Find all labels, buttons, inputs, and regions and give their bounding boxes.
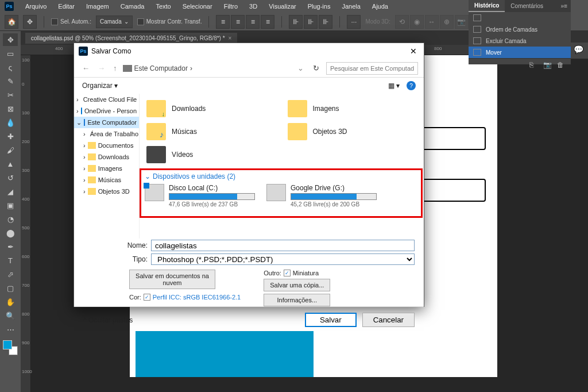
tree-item[interactable]: ›Imagens [74,163,139,174]
folder-item[interactable]: Downloads [146,98,276,119]
snapshot-icon[interactable]: 📷 [543,61,552,70]
heal-tool[interactable]: ✚ [3,130,18,143]
thumb-label: Miniatura [293,270,319,276]
home-button[interactable]: 🏠 [5,15,18,29]
icc-checkbox[interactable]: ✓ [144,294,150,301]
menu-item[interactable]: Visualizar [264,2,301,11]
menu-item[interactable]: Camada [116,2,149,11]
menu-item[interactable]: Filtro [219,2,242,11]
save-cloud-button[interactable]: Salvar em documentos na nuvem [129,270,215,289]
save-button[interactable]: Salvar [305,313,357,327]
organize-dropdown[interactable]: Organizar ▾ [82,82,118,90]
brush-tool[interactable]: 🖌 [3,144,18,156]
breadcrumb-dropdown-icon[interactable]: ⌄ [295,64,306,72]
menu-item[interactable]: Selecionar [178,2,217,11]
filename-input[interactable] [151,240,415,251]
eraser-tool[interactable]: ◢ [3,185,18,198]
more-options-icon[interactable]: ··· [347,15,361,29]
close-button[interactable]: ✕ [408,45,419,57]
align-group[interactable]: ≡≡≡≡ [216,15,274,29]
gradient-tool[interactable]: ▣ [3,199,18,212]
thumb-checkbox[interactable]: ✓ [284,270,291,276]
folder-item[interactable]: Imagens [288,98,417,119]
move-tool-icon[interactable]: ✥ [23,15,37,29]
folder-item[interactable]: Objetos 3D [288,121,417,142]
breadcrumb[interactable]: Este Computador› [123,64,292,72]
show-transform-checkbox[interactable]: Mostrar Contr. Transf. [137,18,202,25]
view-options[interactable]: ▦ ▾ [388,82,400,90]
help-icon[interactable]: ? [407,81,416,90]
layer-dropdown[interactable]: Camada⌄ [96,16,133,28]
folder-item[interactable]: Músicas [146,121,276,142]
history-item[interactable]: Mover [469,47,571,58]
collapsed-panel[interactable]: 💬 [571,43,588,59]
tree-item-this-pc[interactable]: ⌄Este Computador [74,117,139,128]
wand-tool[interactable]: ✎ [3,75,18,87]
create-doc-icon[interactable]: ⎘ [529,61,539,70]
devices-header[interactable]: ⌄ Dispositivos e unidades (2) [145,172,417,180]
tree-item[interactable]: ›OneDrive - Person [74,105,139,117]
history-tab[interactable]: Histórico [469,0,505,12]
icc-link[interactable]: Perfil ICC: sRGB IEC61966-2.1 [153,294,241,301]
name-label: Nome: [122,241,151,249]
tree-item[interactable]: ›Objetos 3D [74,186,139,197]
save-copy-button[interactable]: Salvar uma cópia... [264,279,330,291]
edit-toolbar[interactable]: ⋯ [3,323,18,336]
lasso-tool[interactable]: ς [3,61,18,74]
comments-tab[interactable]: Comentários [505,1,549,11]
color-swatch[interactable] [3,340,18,355]
type-tool[interactable]: T [3,254,18,267]
blur-tool[interactable]: ◔ [3,213,18,225]
distribute-group[interactable]: ⊪⊪⊪ [289,15,332,29]
menu-item[interactable]: 3D [245,2,262,11]
menu-item[interactable]: Imagem [82,2,114,11]
zoom-tool[interactable]: 🔍 [3,309,18,322]
info-button[interactable]: Informações... [264,294,330,306]
history-item[interactable]: Ordem de Camadas [469,24,571,35]
delete-icon[interactable]: 🗑 [557,61,566,70]
crop-tool[interactable]: ✂ [3,89,18,101]
color-label: Cor: [129,294,141,301]
menu-item[interactable]: Ajuda [368,2,393,11]
marquee-tool[interactable]: ▭ [3,47,18,60]
eyedropper-tool[interactable]: 💧 [3,116,18,129]
nav-up-icon[interactable]: ↑ [111,64,119,72]
document-tab[interactable]: collagelistas.psd @ 50% (Screenshot_2023… [25,33,237,44]
tree-item[interactable]: ›Downloads [74,151,139,163]
search-input[interactable] [326,62,418,75]
dodge-tool[interactable]: ⬤ [3,226,18,239]
tree-item[interactable]: ›Músicas [74,174,139,186]
nav-fwd-icon[interactable]: → [95,64,107,72]
folder-item[interactable]: Vídeos [146,144,276,165]
mode3d-group: ⟲◉↔⊕📷 [395,15,469,29]
pen-tool[interactable]: ✒ [3,240,18,253]
nav-back-icon[interactable]: ← [80,64,92,72]
auto-select-checkbox[interactable]: Sel. Autom.: [51,18,91,25]
menu-item[interactable]: Janela [337,2,365,11]
shape-tool[interactable]: ▢ [3,282,18,294]
drive-g[interactable]: Google Drive (G:) 45,2 GB livre(s) de 20… [266,184,377,207]
refresh-icon[interactable]: ↻ [310,64,323,72]
drive-c[interactable]: Disco Local (C:) 47,6 GB livre(s) de 237… [145,184,255,207]
cancel-button[interactable]: Cancelar [362,313,415,327]
close-tab-icon[interactable]: × [229,35,232,41]
filetype-select[interactable]: Photoshop (*.PSD;*.PDD;*.PSDT) [151,253,415,265]
menu-item[interactable]: Editar [53,2,79,11]
hand-tool[interactable]: ✋ [3,295,18,308]
tree-item[interactable]: ›Documentos [74,140,139,151]
move-tool[interactable]: ✥ [3,33,18,46]
menu-item[interactable]: Texto [151,2,175,11]
frame-tool[interactable]: ⊠ [3,102,18,115]
hide-folders-toggle[interactable]: ^ Ocultar pastas [83,316,133,324]
history-item[interactable] [469,12,571,24]
history-item[interactable]: Excluir Camada [469,35,571,47]
history-brush-tool[interactable]: ↺ [3,171,18,184]
panel-menu-icon[interactable]: »≡ [558,3,571,9]
menu-item[interactable]: Plug-ins [303,2,335,11]
menu-item[interactable]: Arquivo [21,2,51,11]
tree-item[interactable]: ›Área de Trabalho [74,128,139,140]
history-panel: Histórico Comentários »≡ Ordem de Camada… [469,0,571,64]
stamp-tool[interactable]: ▲ [3,157,18,170]
path-tool[interactable]: ⬀ [3,268,18,280]
tree-item[interactable]: ›Creative Cloud File [74,94,139,105]
